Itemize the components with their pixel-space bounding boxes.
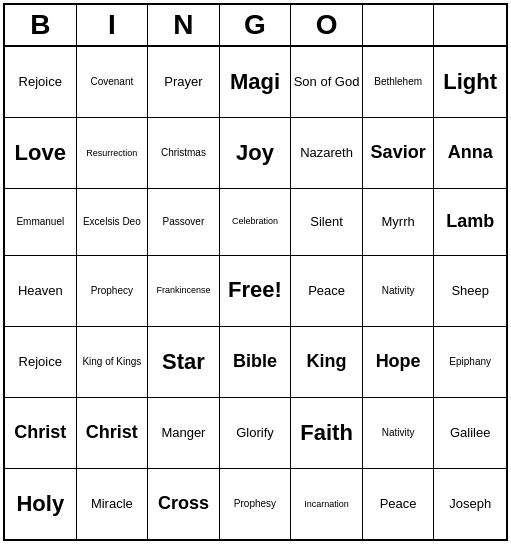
cell-44: Cross xyxy=(148,469,220,539)
cell-4: Son of God xyxy=(291,47,363,118)
cell-7: Love xyxy=(5,118,77,189)
header-letter-0: B xyxy=(5,5,77,45)
header-letter-3: G xyxy=(220,5,292,45)
cell-9: Christmas xyxy=(148,118,220,189)
cell-23: Frankincense xyxy=(148,256,220,327)
cell-28: Rejoice xyxy=(5,327,77,398)
cell-36: Christ xyxy=(77,398,149,469)
header-letter-6 xyxy=(434,5,506,45)
cell-35: Christ xyxy=(5,398,77,469)
cell-15: Excelsis Deo xyxy=(77,189,149,255)
cell-21: Heaven xyxy=(5,256,77,327)
cell-41: Galilee xyxy=(434,398,506,469)
cell-45: Prophesy xyxy=(220,469,292,539)
cell-24: Free! xyxy=(220,256,292,327)
cell-0: Rejoice xyxy=(5,47,77,118)
bingo-grid: RejoiceCovenantPrayerMagiSon of GodBethl… xyxy=(5,47,506,539)
cell-11: Nazareth xyxy=(291,118,363,189)
cell-37: Manger xyxy=(148,398,220,469)
cell-22: Prophecy xyxy=(77,256,149,327)
cell-12: Savior xyxy=(363,118,435,189)
cell-3: Magi xyxy=(220,47,292,118)
cell-17: Celebration xyxy=(220,189,292,255)
cell-33: Hope xyxy=(363,327,435,398)
cell-10: Joy xyxy=(220,118,292,189)
cell-32: King xyxy=(291,327,363,398)
cell-20: Lamb xyxy=(434,189,506,255)
cell-8: Resurrection xyxy=(77,118,149,189)
cell-48: Joseph xyxy=(434,469,506,539)
cell-31: Bible xyxy=(220,327,292,398)
cell-19: Myrrh xyxy=(363,189,435,255)
cell-5: Bethlehem xyxy=(363,47,435,118)
cell-39: Faith xyxy=(291,398,363,469)
cell-6: Light xyxy=(434,47,506,118)
cell-42: Holy xyxy=(5,469,77,539)
cell-43: Miracle xyxy=(77,469,149,539)
cell-38: Glorify xyxy=(220,398,292,469)
header-letter-1: I xyxy=(77,5,149,45)
cell-18: Silent xyxy=(291,189,363,255)
cell-2: Prayer xyxy=(148,47,220,118)
cell-34: Epiphany xyxy=(434,327,506,398)
header-letter-2: N xyxy=(148,5,220,45)
bingo-header: BINGO xyxy=(5,5,506,47)
cell-46: Incarnation xyxy=(291,469,363,539)
cell-29: King of Kings xyxy=(77,327,149,398)
cell-25: Peace xyxy=(291,256,363,327)
header-letter-5 xyxy=(363,5,435,45)
cell-14: Emmanuel xyxy=(5,189,77,255)
bingo-card: BINGO RejoiceCovenantPrayerMagiSon of Go… xyxy=(3,3,508,541)
cell-16: Passover xyxy=(148,189,220,255)
cell-47: Peace xyxy=(363,469,435,539)
cell-13: Anna xyxy=(434,118,506,189)
cell-1: Covenant xyxy=(77,47,149,118)
cell-40: Nativity xyxy=(363,398,435,469)
cell-30: Star xyxy=(148,327,220,398)
cell-26: Nativity xyxy=(363,256,435,327)
cell-27: Sheep xyxy=(434,256,506,327)
header-letter-4: O xyxy=(291,5,363,45)
